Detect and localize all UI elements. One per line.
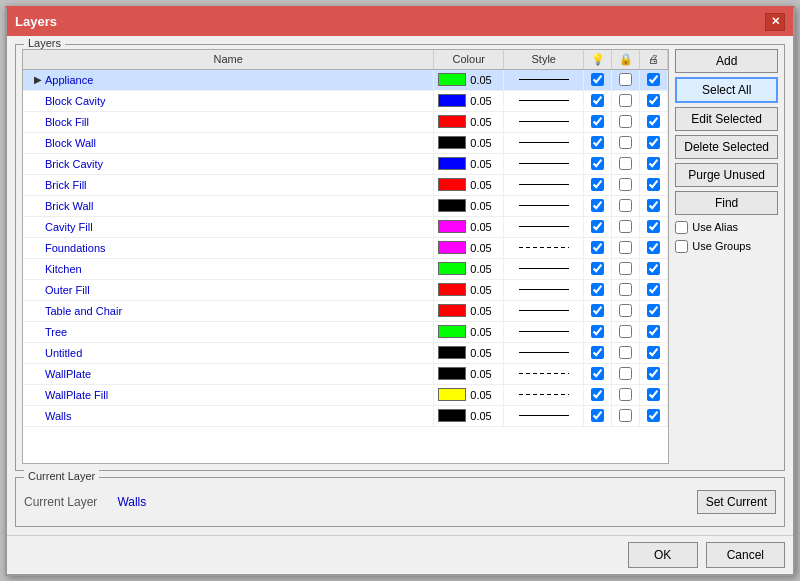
color-value: 0.05 — [470, 305, 491, 317]
table-row[interactable]: Tree0.05 — [23, 322, 668, 343]
visible-checkbox[interactable] — [591, 388, 604, 401]
print-checkbox[interactable] — [647, 199, 660, 212]
print-checkbox[interactable] — [647, 262, 660, 275]
style-line — [519, 331, 569, 332]
lock-checkbox[interactable] — [619, 73, 632, 86]
style-line — [519, 247, 569, 248]
visible-checkbox[interactable] — [591, 199, 604, 212]
print-checkbox[interactable] — [647, 73, 660, 86]
row-visible — [584, 112, 612, 132]
table-row[interactable]: Untitled0.05 — [23, 343, 668, 364]
print-checkbox[interactable] — [647, 241, 660, 254]
table-row[interactable]: Block Fill0.05 — [23, 112, 668, 133]
table-row[interactable]: Walls0.05 — [23, 406, 668, 427]
row-print — [640, 259, 668, 279]
print-checkbox[interactable] — [647, 346, 660, 359]
table-row[interactable]: WallPlate0.05 — [23, 364, 668, 385]
use-groups-checkbox[interactable] — [675, 240, 688, 253]
lock-checkbox[interactable] — [619, 346, 632, 359]
visible-checkbox[interactable] — [591, 115, 604, 128]
lock-checkbox[interactable] — [619, 262, 632, 275]
row-locked — [612, 322, 640, 342]
row-color: 0.05 — [434, 154, 504, 174]
color-value: 0.05 — [470, 242, 491, 254]
print-checkbox[interactable] — [647, 325, 660, 338]
lock-checkbox[interactable] — [619, 199, 632, 212]
table-row[interactable]: Outer Fill0.05 — [23, 280, 668, 301]
color-value: 0.05 — [470, 368, 491, 380]
current-layer-info: Current Layer Walls — [24, 495, 146, 509]
lock-checkbox[interactable] — [619, 136, 632, 149]
lock-checkbox[interactable] — [619, 115, 632, 128]
lock-checkbox[interactable] — [619, 325, 632, 338]
lock-checkbox[interactable] — [619, 157, 632, 170]
color-value: 0.05 — [470, 410, 491, 422]
table-row[interactable]: Foundations0.05 — [23, 238, 668, 259]
color-value: 0.05 — [470, 179, 491, 191]
table-row[interactable]: ▶Appliance0.05 — [23, 70, 668, 91]
visible-checkbox[interactable] — [591, 409, 604, 422]
row-locked — [612, 238, 640, 258]
lock-checkbox[interactable] — [619, 178, 632, 191]
table-row[interactable]: Brick Wall0.05 — [23, 196, 668, 217]
row-locked — [612, 133, 640, 153]
print-checkbox[interactable] — [647, 388, 660, 401]
delete-selected-button[interactable]: Delete Selected — [675, 135, 778, 159]
add-button[interactable]: Add — [675, 49, 778, 73]
table-row[interactable]: Table and Chair0.05 — [23, 301, 668, 322]
table-row[interactable]: Kitchen0.05 — [23, 259, 668, 280]
print-checkbox[interactable] — [647, 178, 660, 191]
visible-checkbox[interactable] — [591, 325, 604, 338]
print-checkbox[interactable] — [647, 220, 660, 233]
visible-checkbox[interactable] — [591, 367, 604, 380]
visible-checkbox[interactable] — [591, 262, 604, 275]
lock-checkbox[interactable] — [619, 409, 632, 422]
table-row[interactable]: Block Wall0.05 — [23, 133, 668, 154]
print-checkbox[interactable] — [647, 115, 660, 128]
print-checkbox[interactable] — [647, 283, 660, 296]
print-checkbox[interactable] — [647, 157, 660, 170]
style-line — [519, 100, 569, 101]
visible-checkbox[interactable] — [591, 304, 604, 317]
visible-checkbox[interactable] — [591, 220, 604, 233]
table-row[interactable]: Brick Fill0.05 — [23, 175, 668, 196]
use-alias-checkbox[interactable] — [675, 221, 688, 234]
table-row[interactable]: Brick Cavity0.05 — [23, 154, 668, 175]
lock-checkbox[interactable] — [619, 388, 632, 401]
edit-selected-button[interactable]: Edit Selected — [675, 107, 778, 131]
row-style — [504, 154, 584, 174]
visible-checkbox[interactable] — [591, 94, 604, 107]
visible-checkbox[interactable] — [591, 241, 604, 254]
lock-checkbox[interactable] — [619, 241, 632, 254]
table-row[interactable]: Cavity Fill0.05 — [23, 217, 668, 238]
layers-dialog: Layers ✕ Layers Name Colour Style 💡 🔒 — [5, 6, 795, 576]
table-row[interactable]: Block Cavity0.05 — [23, 91, 668, 112]
use-groups-label: Use Groups — [692, 240, 751, 252]
ok-button[interactable]: OK — [628, 542, 698, 568]
visible-checkbox[interactable] — [591, 283, 604, 296]
visible-checkbox[interactable] — [591, 178, 604, 191]
color-swatch — [438, 325, 466, 338]
lock-checkbox[interactable] — [619, 220, 632, 233]
print-checkbox[interactable] — [647, 304, 660, 317]
lock-checkbox[interactable] — [619, 304, 632, 317]
select-all-button[interactable]: Select All — [675, 77, 778, 103]
lock-checkbox[interactable] — [619, 283, 632, 296]
lock-checkbox[interactable] — [619, 367, 632, 380]
purge-unused-button[interactable]: Purge Unused — [675, 163, 778, 187]
close-button[interactable]: ✕ — [765, 13, 785, 31]
visible-checkbox[interactable] — [591, 157, 604, 170]
visible-checkbox[interactable] — [591, 73, 604, 86]
visible-checkbox[interactable] — [591, 136, 604, 149]
visible-checkbox[interactable] — [591, 346, 604, 359]
print-checkbox[interactable] — [647, 136, 660, 149]
print-checkbox[interactable] — [647, 94, 660, 107]
cancel-button[interactable]: Cancel — [706, 542, 785, 568]
print-checkbox[interactable] — [647, 409, 660, 422]
print-checkbox[interactable] — [647, 367, 660, 380]
table-row[interactable]: WallPlate Fill0.05 — [23, 385, 668, 406]
find-button[interactable]: Find — [675, 191, 778, 215]
set-current-button[interactable]: Set Current — [697, 490, 776, 514]
row-name: Walls — [23, 406, 434, 426]
lock-checkbox[interactable] — [619, 94, 632, 107]
